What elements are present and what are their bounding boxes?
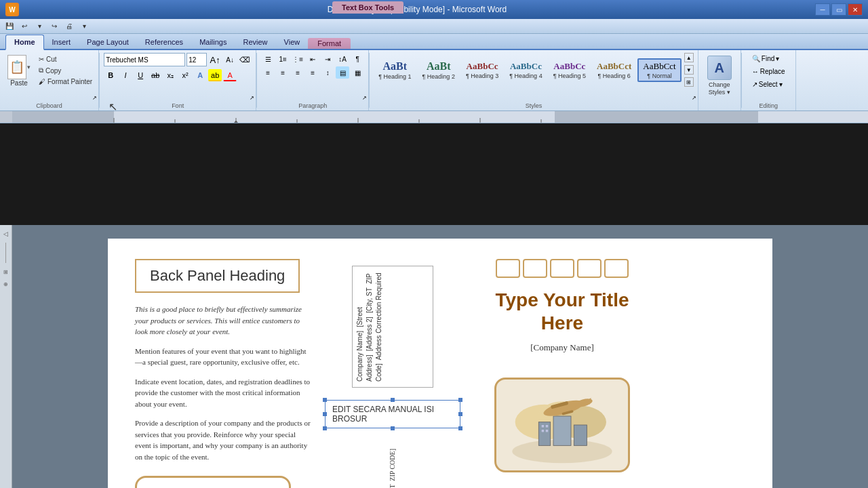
- borders-button[interactable]: ▦: [351, 66, 364, 79]
- paste-button[interactable]: 📋 ▾ Paste: [4, 53, 34, 89]
- shrink-font-button[interactable]: A↓: [223, 54, 237, 66]
- qat-more-button[interactable]: ▾: [77, 20, 91, 33]
- zoom-icon[interactable]: ⊕: [1, 279, 11, 289]
- body-italic-text[interactable]: This is a good place to briefly but effe…: [135, 304, 311, 338]
- save-button[interactable]: 💾: [3, 20, 16, 33]
- change-styles-button[interactable]: A ChangeStyles ▾: [703, 53, 736, 99]
- style-heading5-button[interactable]: AaBbCc ¶ Heading 5: [549, 59, 591, 81]
- document[interactable]: Back Panel Heading This is a good place …: [108, 239, 772, 488]
- handle-mr[interactable]: [458, 412, 462, 416]
- find-button[interactable]: 🔍 Find ▾: [749, 53, 783, 64]
- handle-tc[interactable]: [391, 398, 395, 402]
- heading1-preview: AaBt: [383, 60, 408, 73]
- format-painter-button[interactable]: 🖌 Format Painter: [37, 77, 94, 87]
- styles-expand[interactable]: ⊞: [684, 77, 694, 87]
- tab-references[interactable]: References: [137, 35, 191, 49]
- view-icon[interactable]: ⊞: [1, 267, 11, 277]
- copy-button[interactable]: ⧉ Copy: [37, 65, 94, 76]
- edit-textbox-content: EDIT SECARA MANUAL ISI BROSUR: [332, 405, 434, 424]
- back-panel-heading-box[interactable]: Back Panel Heading: [135, 259, 300, 293]
- minimize-button[interactable]: ─: [815, 3, 830, 16]
- paste-label: Paste: [10, 79, 28, 87]
- shading-button[interactable]: ▤: [336, 66, 349, 79]
- multilevel-button[interactable]: ⋮≡: [291, 53, 304, 65]
- numbering-button[interactable]: 1≡: [276, 53, 290, 65]
- subscript-button[interactable]: x₂: [163, 69, 177, 81]
- undo-dropdown-button[interactable]: ▾: [33, 20, 46, 33]
- bullets-button[interactable]: ☰: [261, 53, 275, 65]
- bold-button[interactable]: B: [104, 69, 117, 81]
- align-center-button[interactable]: ≡: [276, 66, 290, 79]
- paragraph-dialog-launcher[interactable]: ↗: [362, 95, 367, 101]
- clear-format-button[interactable]: ⌫: [238, 54, 252, 66]
- text-highlight-button[interactable]: ab: [208, 69, 222, 81]
- tab-insert[interactable]: Insert: [44, 35, 79, 49]
- style-heading3-button[interactable]: AaBbCc ¶ Heading 3: [461, 59, 503, 81]
- align-left-button[interactable]: ≡: [261, 66, 275, 79]
- body-text-1[interactable]: Mention features of your event that you …: [135, 346, 311, 368]
- handle-tl[interactable]: [323, 398, 327, 402]
- heading3-preview: AaBbCc: [467, 61, 498, 72]
- sort-button[interactable]: ↕A: [336, 53, 349, 65]
- justify-button[interactable]: ≡: [306, 66, 319, 79]
- select-button[interactable]: ↗ Select ▾: [749, 79, 786, 90]
- font-name-input[interactable]: [104, 53, 185, 66]
- restore-button[interactable]: ▭: [831, 3, 846, 16]
- font-dialog-launcher[interactable]: ↗: [250, 95, 254, 101]
- panel-toggle-icon[interactable]: ◁: [1, 229, 11, 239]
- paste-dropdown-icon[interactable]: ▾: [27, 64, 31, 70]
- body-text-3[interactable]: Provide a description of your company an…: [135, 418, 311, 462]
- edit-textbox[interactable]: EDIT SECARA MANUAL ISI BROSUR: [325, 400, 460, 428]
- handle-bl[interactable]: [323, 426, 327, 430]
- cut-button[interactable]: ✂ Cut: [37, 54, 94, 64]
- clipboard-dialog-launcher[interactable]: ↗: [92, 95, 97, 101]
- undo-button[interactable]: ↩: [18, 20, 31, 33]
- bottom-left-box[interactable]: [135, 476, 291, 488]
- font-controls: A↑ A↓ ⌫ B I U ab x₂ x² A ab A: [104, 53, 252, 108]
- handle-br[interactable]: [458, 426, 462, 430]
- font-size-input[interactable]: [186, 53, 207, 66]
- window-controls[interactable]: ─ ▭ ✕: [815, 3, 863, 16]
- styles-scroll-up[interactable]: ▲: [684, 53, 694, 62]
- align-right-button[interactable]: ≡: [291, 66, 304, 79]
- style-heading1-button[interactable]: AaBt ¶ Heading 1: [374, 58, 416, 82]
- style-heading2-button[interactable]: AaBt ¶ Heading 2: [418, 58, 460, 82]
- image-placeholder[interactable]: [494, 378, 630, 472]
- tab-format[interactable]: Format: [308, 38, 351, 49]
- tab-view[interactable]: View: [276, 35, 309, 49]
- handle-ml[interactable]: [323, 412, 327, 416]
- superscript-button[interactable]: x²: [178, 69, 192, 81]
- italic-button[interactable]: I: [119, 69, 132, 81]
- handle-tr[interactable]: [458, 398, 462, 402]
- styles-scroll-down[interactable]: ▼: [684, 65, 694, 75]
- styles-dialog-launcher[interactable]: ↗: [692, 95, 696, 101]
- style-heading6-button[interactable]: AaBbCct ¶ Heading 6: [592, 59, 636, 81]
- edit-box-container[interactable]: EDIT SECARA MANUAL ISI BROSUR: [325, 400, 460, 428]
- heading5-preview: AaBbCc: [553, 61, 585, 72]
- font-color-button[interactable]: A: [223, 69, 237, 81]
- type-your-title[interactable]: Type Your TitleHere: [495, 289, 629, 334]
- handle-bc[interactable]: [391, 426, 395, 430]
- tab-mailings[interactable]: Mailings: [191, 35, 235, 49]
- tab-page-layout[interactable]: Page Layout: [79, 35, 137, 49]
- style-heading4-button[interactable]: AaBbCc ¶ Heading 4: [505, 59, 547, 81]
- grow-font-button[interactable]: A↑: [208, 54, 222, 66]
- text-effects-button[interactable]: A: [193, 69, 207, 81]
- replace-button[interactable]: ↔ Replace: [749, 66, 789, 77]
- tab-review[interactable]: Review: [235, 35, 275, 49]
- redo-button[interactable]: ↪: [47, 20, 61, 33]
- close-button[interactable]: ✕: [848, 3, 863, 16]
- strikethrough-button[interactable]: ab: [149, 69, 162, 81]
- office-logo-icon: W: [5, 3, 19, 16]
- line-spacing-button[interactable]: ↕: [321, 66, 334, 79]
- increase-indent-button[interactable]: ⇥: [321, 53, 334, 65]
- tab-home[interactable]: Home: [5, 35, 44, 50]
- underline-button[interactable]: U: [134, 69, 147, 81]
- print-preview-button[interactable]: 🖨: [62, 20, 76, 33]
- body-text-2[interactable]: Indicate event location, dates, and regi…: [135, 376, 311, 410]
- company-name-text[interactable]: [Company Name]: [530, 342, 594, 353]
- style-normal-button[interactable]: AaBbCct ¶ Normal: [637, 58, 681, 82]
- format-painter-icon: 🖌: [39, 78, 45, 85]
- decrease-indent-button[interactable]: ⇤: [306, 53, 319, 65]
- show-formatting-button[interactable]: ¶: [351, 53, 364, 65]
